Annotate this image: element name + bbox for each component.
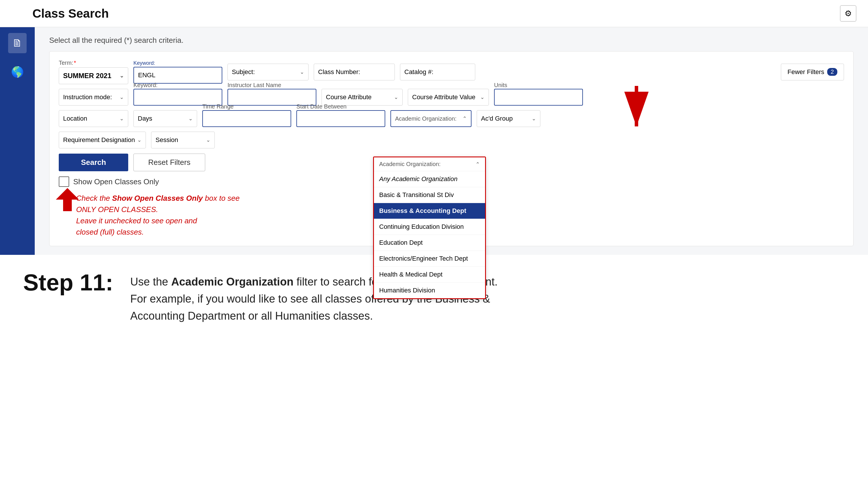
- dropdown-item-electronics[interactable]: Electronics/Engineer Tech Dept: [374, 251, 485, 267]
- search-button[interactable]: Search: [59, 154, 128, 171]
- acad-org-dropdown: Academic Organization: ⌃ Any Academic Or…: [373, 157, 486, 299]
- dropdown-header: Academic Organization: ⌃: [374, 157, 485, 171]
- requirement-field: Requirement Designation ⌄: [59, 132, 146, 149]
- subject-field: Subject: ⌄: [227, 64, 309, 80]
- days-label: Days: [138, 115, 152, 122]
- svg-marker-0: [56, 188, 79, 211]
- dropdown-arrow: [619, 86, 654, 132]
- acad-org-chevron-up: ⌃: [463, 116, 467, 122]
- subject-chevron: ⌄: [300, 69, 304, 75]
- time-range-input[interactable]: [207, 115, 286, 122]
- dropdown-item-basic[interactable]: Basic & Transitional St Div: [374, 187, 485, 203]
- acad-org-select[interactable]: Academic Organization: ⌃: [391, 110, 471, 127]
- location-label: Location: [63, 115, 87, 122]
- dropdown-item-humanities[interactable]: Humanities Division: [374, 283, 485, 298]
- step-text-line3: Accounting Department or all Humanities …: [130, 310, 373, 322]
- days-field: Days ⌄: [133, 110, 197, 127]
- term-select[interactable]: SUMMER 2021 ⌄: [59, 67, 128, 84]
- course-attribute-value-select[interactable]: Course Attribute Value ⌄: [408, 89, 489, 106]
- dropdown-item-health[interactable]: Health & Medical Dept: [374, 267, 485, 283]
- requirement-label: Requirement Designation: [63, 136, 135, 144]
- session-select[interactable]: Session ⌄: [151, 132, 215, 149]
- dropdown-item-continuing[interactable]: Continuing Education Division: [374, 219, 485, 235]
- filter-row-3: Location ⌄ Days ⌄: [59, 110, 844, 127]
- keyword-input-box[interactable]: [133, 67, 222, 84]
- fewer-filters-badge: 2: [827, 68, 837, 76]
- instructor-last-name-input[interactable]: [232, 93, 312, 101]
- start-date-input[interactable]: [301, 115, 381, 122]
- class-number-label: Class Number:: [318, 68, 360, 76]
- show-open-classes-checkbox[interactable]: [59, 176, 69, 187]
- acd-group-chevron: ⌄: [532, 116, 536, 122]
- keyword2-input[interactable]: [138, 93, 218, 101]
- dropdown-close-chevron[interactable]: ⌃: [475, 161, 480, 167]
- instruction-mode-field: Instruction mode: ⌄: [59, 89, 128, 106]
- start-date-field: Start Date Between: [297, 110, 385, 127]
- annotation-text: Check the Show Open Classes Only box to …: [76, 193, 255, 238]
- filter-row-2: Instruction mode: ⌄ Keyword:: [59, 89, 844, 106]
- main-layout: 🗎 🌎 Select all the required (*) search c…: [0, 27, 868, 255]
- show-open-classes-label: Show Open Classes Only: [73, 177, 159, 186]
- keyword-input[interactable]: [138, 71, 218, 79]
- units-label: Units: [494, 82, 507, 89]
- acd-group-select[interactable]: Ac'd Group ⌄: [477, 110, 540, 127]
- instruction-mode-label: Instruction mode:: [63, 93, 112, 101]
- header: Class Search ⚙: [0, 0, 868, 27]
- requirement-chevron: ⌄: [137, 137, 142, 143]
- dropdown-item-business[interactable]: Business & Accounting Dept: [374, 203, 485, 219]
- start-date-input-box[interactable]: Start Date Between: [297, 110, 385, 127]
- fewer-filters-label: Fewer Filters: [787, 68, 824, 76]
- catalog-label: Catalog #:: [404, 68, 433, 76]
- catalog-field: Catalog #:: [400, 64, 475, 80]
- dropdown-item-any[interactable]: Any Academic Organization: [374, 171, 485, 187]
- time-range-label: Time Range: [202, 103, 234, 110]
- acad-org-field: Academic Organization: ⌃ Academic Organi…: [391, 110, 471, 127]
- sidebar-form-icon[interactable]: 🗎: [8, 33, 27, 53]
- location-chevron: ⌄: [120, 116, 124, 122]
- dropdown-item-education[interactable]: Education Dept: [374, 235, 485, 251]
- acd-group-field: Ac'd Group ⌄: [477, 110, 540, 127]
- days-select[interactable]: Days ⌄: [133, 110, 197, 127]
- location-select[interactable]: Location ⌄: [59, 110, 128, 127]
- course-attribute-value-label: Course Attribute Value: [412, 93, 475, 101]
- gear-button[interactable]: ⚙: [840, 5, 857, 22]
- units-input-box[interactable]: Units: [494, 89, 583, 106]
- session-chevron: ⌄: [206, 137, 210, 143]
- content-area: Select all the required (*) search crite…: [35, 27, 868, 255]
- term-label: Term:: [59, 60, 128, 66]
- time-range-input-box[interactable]: Time Range: [202, 110, 291, 127]
- search-panel-wrapper: Term: SUMMER 2021 ⌄ Keyword:: [49, 51, 854, 246]
- units-input[interactable]: [499, 93, 578, 101]
- term-value: SUMMER 2021: [63, 72, 112, 80]
- location-field: Location ⌄: [59, 110, 128, 127]
- filter-row-4: Requirement Designation ⌄ Session ⌄: [59, 132, 844, 149]
- instruction-mode-select[interactable]: Instruction mode: ⌄: [59, 89, 128, 106]
- annotation-line1: Check the: [76, 194, 112, 202]
- requirement-select[interactable]: Requirement Designation ⌄: [59, 132, 146, 149]
- course-attribute-value-field: Course Attribute Value ⌄: [408, 89, 489, 106]
- acad-org-label: Academic Organization:: [395, 116, 457, 122]
- catalog-select[interactable]: Catalog #:: [400, 64, 475, 80]
- step-text-part1: Use the: [130, 276, 172, 288]
- subject-label: Subject:: [232, 68, 255, 76]
- class-number-select[interactable]: Class Number:: [314, 64, 395, 80]
- time-range-field: Time Range: [202, 110, 291, 127]
- term-chevron: ⌄: [120, 73, 124, 79]
- annotation-line3: Leave it unchecked to see open and: [76, 216, 197, 225]
- fewer-filters-button[interactable]: Fewer Filters 2: [781, 64, 844, 80]
- gear-icon: ⚙: [844, 9, 852, 18]
- course-attribute-value-chevron: ⌄: [480, 94, 485, 100]
- sidebar-globe-icon[interactable]: 🌎: [7, 62, 28, 82]
- course-attribute-label: Course Attribute: [326, 93, 372, 101]
- page-title: Class Search: [32, 7, 109, 21]
- subject-select[interactable]: Subject: ⌄: [227, 64, 309, 80]
- annotation-line4: closed (full) classes.: [76, 228, 144, 236]
- instructions-text: Select all the required (*) search crite…: [49, 36, 854, 45]
- reset-filters-button[interactable]: Reset Filters: [133, 154, 205, 171]
- instruction-mode-chevron: ⌄: [120, 94, 124, 100]
- step-label: Step 11:: [23, 269, 116, 296]
- keyword2-label: Keyword:: [133, 82, 157, 89]
- hamburger-menu[interactable]: [11, 7, 27, 20]
- annotation-highlight: Show Open Classes Only: [112, 194, 203, 202]
- keyword-field-1: Keyword:: [133, 60, 222, 84]
